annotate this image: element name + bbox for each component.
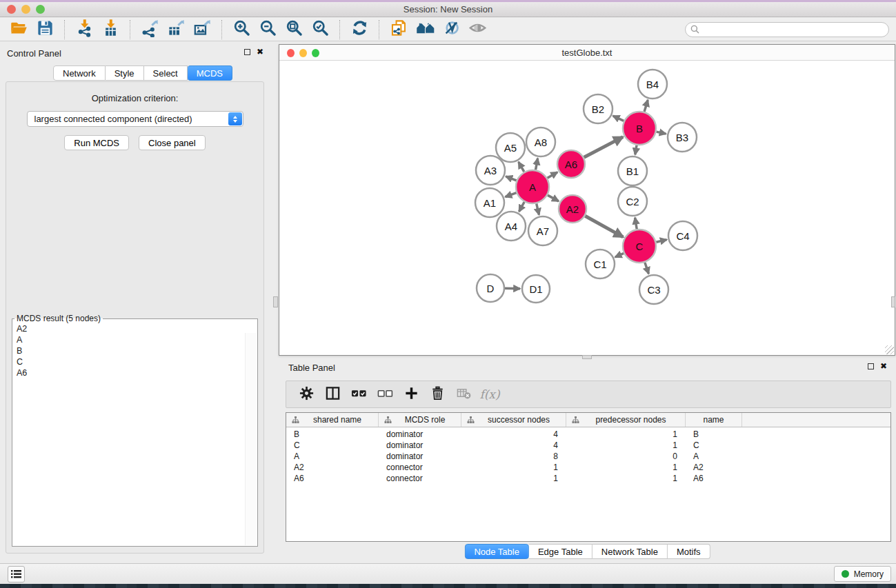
table-row[interactable]: Bdominator41B [286,429,890,440]
refresh-network-button[interactable] [346,19,372,40]
splitter-handle-right[interactable] [891,296,895,307]
cell-successor-nodes: 4 [461,429,566,439]
edge-A-A6[interactable] [548,172,558,179]
edge-B-B3[interactable] [657,132,666,134]
unselect-all-columns-button[interactable] [373,383,397,405]
close-panel-icon[interactable]: ✖ [257,48,263,55]
close-panel-button[interactable]: Close panel [139,135,206,150]
network-window-titlebar[interactable]: testGlobe.txt [279,45,895,61]
import-network-button[interactable] [71,19,97,40]
mcds-panel: Optimization criterion: largest connecte… [6,81,264,554]
export-network-button[interactable] [137,19,163,40]
table-row[interactable]: A6connector11A6 [286,473,890,484]
column-header-successor-nodes[interactable]: successor nodes [461,413,566,427]
vizmapper-button[interactable] [438,19,464,40]
float-table-panel-icon[interactable] [868,363,874,369]
column-header-shared-name[interactable]: shared name [286,413,379,427]
edge-B-B4[interactable] [644,100,648,112]
network-minimize-button[interactable] [299,49,307,57]
tab-mcds[interactable]: MCDS [188,65,232,81]
edge-C-C3[interactable] [645,263,649,274]
zoom-out-button[interactable] [255,19,281,40]
edge-A2-C[interactable] [585,216,623,237]
criterion-value: largest connected component (directed) [34,114,192,124]
edge-A-A4[interactable] [519,202,525,212]
network-close-button[interactable] [287,49,295,57]
tab-node-table[interactable]: Node Table [464,544,529,559]
edge-A-A7[interactable] [537,203,539,214]
task-history-button[interactable] [8,566,25,582]
table-header-row: shared nameMCDS rolesuccessor nodesprede… [286,413,890,427]
mcds-result-item[interactable]: A [12,334,257,345]
export-table-button[interactable] [163,19,189,40]
table-settings-button[interactable] [295,383,318,405]
edge-A-A2[interactable] [548,195,559,201]
splitter-handle-left[interactable] [273,296,278,307]
network-zoom-button[interactable] [312,49,319,57]
zoom-selected-button[interactable] [307,19,333,40]
run-mcds-button[interactable]: Run MCDS [64,135,129,150]
mcds-result-item[interactable]: A6 [12,367,257,378]
show-columns-button[interactable] [321,383,344,405]
attribute-tree-icon [292,416,299,424]
table-row[interactable]: A2connector11A2 [286,462,890,473]
table-settings-icon [299,385,315,404]
column-header-predecessor-nodes[interactable]: predecessor nodes [566,413,686,427]
edge-B-B1[interactable] [635,145,637,155]
table-row[interactable]: Cdominator41C [286,440,890,451]
show-hide-graphics-button[interactable] [464,19,490,40]
search-icon [690,25,699,34]
edge-C-C4[interactable] [656,240,666,243]
export-image-button[interactable] [189,19,215,40]
attribute-tree-icon [467,416,475,424]
float-panel-icon[interactable] [244,49,250,55]
edge-C-C2[interactable] [635,218,637,230]
save-session-button[interactable] [32,19,58,40]
column-header-name[interactable]: name [686,413,742,427]
mcds-result-item[interactable]: B [12,345,257,356]
home-button[interactable] [412,19,438,40]
minimize-window-button[interactable] [21,5,30,14]
open-file-button[interactable] [6,19,32,40]
network-canvas[interactable]: B4B2BB3A5A8A6A3B1AA1C2A2A4A7C4CC1DD1C3 [279,61,895,355]
window-resize-grip[interactable] [885,345,894,354]
column-header-MCDS-role[interactable]: MCDS role [379,413,461,427]
edge-C-C1[interactable] [615,253,624,257]
delete-columns-button[interactable] [426,383,449,405]
import-table-button[interactable] [97,19,123,40]
cell-MCDS-role: connector [379,474,461,483]
zoom-in-button[interactable] [228,19,255,40]
tab-network-table[interactable]: Network Table [593,544,668,559]
tab-style[interactable]: Style [106,65,144,81]
memory-button[interactable]: Memory [834,566,891,582]
edge-B-B2[interactable] [613,116,624,121]
tab-network[interactable]: Network [53,65,106,81]
tab-motifs[interactable]: Motifs [668,544,710,559]
delete-table-button[interactable] [452,383,475,405]
edge-A-A5[interactable] [519,162,524,172]
home-icon [415,19,435,40]
table-row[interactable]: Adominator80A [286,451,890,462]
cell-predecessor-nodes: 1 [566,440,686,450]
tab-select[interactable]: Select [144,65,188,81]
zoom-fit-button[interactable] [281,19,307,40]
zoom-selected-icon [311,19,330,40]
mcds-result-item[interactable]: A2 [12,323,257,334]
tab-edge-table[interactable]: Edge Table [529,544,593,559]
select-all-columns-button[interactable] [347,383,370,405]
main-toolbar [0,18,896,41]
apply-function-button[interactable]: f(x) [478,383,501,405]
edge-A-A1[interactable] [506,193,517,197]
edge-A6-B[interactable] [584,137,624,158]
add-column-button[interactable] [399,383,423,405]
node-label-B2: B2 [592,103,604,115]
search-input[interactable] [685,22,889,37]
edge-A-A8[interactable] [536,159,538,170]
edge-A-A3[interactable] [506,176,516,181]
mcds-result-item[interactable]: C [12,356,257,367]
zoom-window-button[interactable] [36,5,45,14]
criterion-dropdown[interactable]: largest connected component (directed) [27,111,243,127]
clone-network-button[interactable] [386,19,412,40]
close-table-panel-icon[interactable]: ✖ [880,363,887,369]
close-window-button[interactable] [7,5,16,14]
